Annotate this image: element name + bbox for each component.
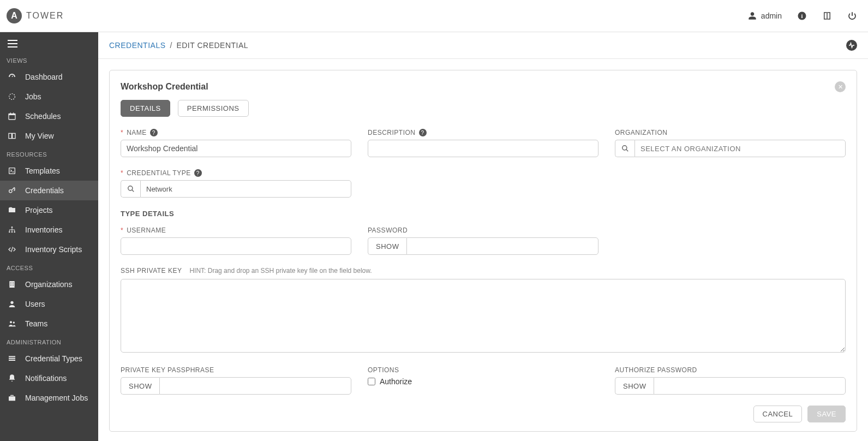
show-password-button[interactable]: SHOW (368, 237, 406, 255)
svg-rect-12 (13, 133, 15, 138)
current-user[interactable]: admin (748, 11, 782, 20)
svg-point-18 (14, 231, 15, 233)
tabs: DETAILS PERMISSIONS (121, 100, 846, 117)
credential-type-lookup-button[interactable] (121, 180, 140, 198)
label-authorize-password: AUTHORIZE PASSWORD (615, 366, 846, 374)
help-icon[interactable]: ? (150, 129, 158, 136)
label-private-key-passphrase: PRIVATE KEY PASSPHRASE (121, 366, 351, 374)
svg-rect-29 (9, 356, 15, 357)
sidebar-item-label: Users (25, 300, 45, 308)
sidebar-item-label: Organizations (25, 280, 72, 289)
calendar-icon (8, 112, 17, 121)
top-bar: A TOWER admin i (0, 0, 868, 32)
organization-lookup-button[interactable] (615, 140, 634, 157)
credential-type-input[interactable] (140, 180, 351, 198)
panel-title: Workshop Credential (121, 82, 208, 92)
close-icon[interactable]: ✕ (835, 81, 846, 92)
sidebar-section-resources: RESOURCES (0, 146, 98, 161)
username-input[interactable] (121, 237, 351, 255)
sidebar-item-label: Inventory Scripts (25, 245, 82, 254)
svg-rect-9 (10, 112, 11, 114)
tab-permissions[interactable]: PERMISSIONS (178, 100, 249, 117)
sidebar-item-label: Dashboard (25, 73, 63, 81)
activity-stream-icon[interactable] (846, 40, 857, 51)
save-button[interactable]: SAVE (807, 406, 846, 422)
sidebar-item-organizations[interactable]: Organizations (0, 275, 98, 294)
tab-details[interactable]: DETAILS (121, 100, 170, 117)
svg-rect-23 (13, 284, 13, 284)
authorize-checkbox[interactable] (368, 378, 375, 385)
templates-icon (8, 166, 17, 175)
svg-rect-8 (9, 114, 15, 115)
breadcrumb: CREDENTIALS / EDIT CREDENTIAL (98, 32, 868, 59)
sidebar-item-label: Notifications (25, 374, 67, 383)
svg-rect-20 (10, 282, 11, 283)
sidebar-item-label: Credentials (25, 186, 64, 195)
user-icon (748, 11, 757, 20)
svg-point-6 (9, 94, 15, 100)
svg-rect-4 (8, 43, 17, 44)
my-view-icon (8, 132, 17, 140)
breadcrumb-root[interactable]: CREDENTIALS (109, 41, 166, 50)
power-icon[interactable] (847, 11, 857, 21)
sidebar-item-label: Management Jobs (25, 394, 88, 402)
label-description: DESCRIPTION ? (368, 129, 598, 136)
key-icon (8, 186, 17, 195)
label-credential-type: *CREDENTIAL TYPE ? (121, 169, 351, 177)
description-input[interactable] (368, 140, 598, 157)
sidebar-item-my-view[interactable]: My View (0, 126, 98, 146)
type-details-header: TYPE DETAILS (121, 210, 846, 218)
sidebar-item-management-jobs[interactable]: Management Jobs (0, 388, 98, 408)
bell-icon (8, 374, 17, 383)
sidebar-item-templates[interactable]: Templates (0, 161, 98, 181)
password-input[interactable] (406, 237, 598, 255)
svg-point-17 (11, 231, 13, 233)
label-organization: ORGANIZATION (615, 129, 846, 136)
cancel-button[interactable]: CANCEL (753, 406, 803, 422)
svg-rect-2 (827, 12, 828, 20)
info-icon[interactable]: i (797, 11, 807, 21)
sidebar-item-label: Templates (25, 166, 60, 175)
help-icon[interactable]: ? (419, 129, 427, 136)
sidebar-item-inventories[interactable]: Inventories (0, 220, 98, 240)
sidebar-section-administration: ADMINISTRATION (0, 333, 98, 349)
svg-point-26 (10, 301, 13, 304)
sidebar-item-credentials[interactable]: Credentials (0, 181, 98, 200)
svg-point-33 (622, 146, 626, 150)
sidebar-item-projects[interactable]: Projects (0, 200, 98, 220)
sidebar-item-jobs[interactable]: Jobs (0, 87, 98, 106)
help-icon[interactable]: ? (194, 169, 202, 177)
svg-rect-22 (10, 284, 11, 284)
sidebar-item-label: Projects (25, 206, 53, 214)
passphrase-input[interactable] (159, 377, 351, 395)
docs-icon[interactable] (822, 11, 832, 21)
show-authorize-password-button[interactable]: SHOW (615, 377, 654, 395)
sidebar-item-users[interactable]: Users (0, 294, 98, 314)
authorize-password-input[interactable] (654, 377, 846, 395)
svg-point-27 (10, 321, 12, 323)
svg-point-28 (13, 321, 15, 323)
username-label: admin (761, 11, 782, 20)
brand-name: TOWER (26, 11, 64, 21)
sidebar-item-notifications[interactable]: Notifications (0, 368, 98, 388)
sidebar-section-views: VIEWS (0, 52, 98, 67)
sidebar-item-credential-types[interactable]: Credential Types (0, 349, 98, 368)
svg-point-34 (128, 186, 132, 190)
sidebar-item-dashboard[interactable]: Dashboard (0, 67, 98, 87)
sidebar-item-teams[interactable]: Teams (0, 314, 98, 333)
name-input[interactable] (121, 140, 351, 157)
jobs-icon (8, 92, 17, 101)
ssh-private-key-textarea[interactable] (121, 279, 846, 353)
brand-logo-icon: A (7, 8, 22, 23)
svg-point-15 (11, 227, 13, 228)
user-icon (8, 300, 17, 308)
organization-input[interactable] (634, 140, 846, 157)
svg-text:i: i (801, 13, 803, 19)
sitemap-icon (8, 225, 17, 234)
svg-point-14 (9, 190, 12, 193)
sidebar-item-inventory-scripts[interactable]: Inventory Scripts (0, 240, 98, 259)
show-passphrase-button[interactable]: SHOW (121, 377, 159, 395)
label-ssh-private-key: SSH PRIVATE KEY (121, 267, 182, 275)
sidebar-item-schedules[interactable]: Schedules (0, 106, 98, 126)
menu-toggle-icon[interactable] (0, 35, 98, 52)
